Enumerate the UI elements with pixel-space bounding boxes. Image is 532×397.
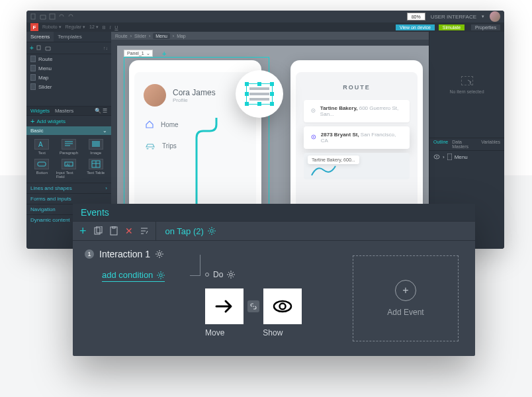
- gear-icon[interactable]: [157, 271, 165, 279]
- profile-role: Profile: [173, 97, 216, 103]
- interaction-number-badge: 1: [85, 249, 94, 259]
- paste-event-icon[interactable]: [109, 226, 118, 236]
- menu-item-trips[interactable]: Trips: [134, 136, 256, 156]
- cat-forms[interactable]: Forms and inputs: [26, 193, 111, 204]
- add-event-icon[interactable]: +: [79, 224, 87, 238]
- svg-point-14: [436, 156, 437, 157]
- tab-masters[interactable]: Masters: [55, 108, 73, 114]
- action-move[interactable]: [205, 288, 244, 324]
- copy-event-icon[interactable]: [93, 226, 103, 236]
- svg-rect-1: [50, 14, 55, 19]
- svg-rect-15: [447, 154, 452, 160]
- ruler-horizontal: [111, 40, 429, 46]
- new-file-icon[interactable]: [30, 13, 37, 20]
- action-show[interactable]: [263, 288, 302, 324]
- svg-point-22: [159, 273, 162, 276]
- svg-rect-4: [92, 141, 100, 147]
- add-condition-link[interactable]: add condition: [102, 270, 165, 282]
- svg-point-21: [158, 253, 161, 255]
- outline-item-menu[interactable]: › Menu: [429, 151, 504, 163]
- cat-lines[interactable]: Lines and shapes›: [26, 183, 111, 193]
- address-card-2[interactable]: 2873 Bryant St, San Francisco, CA: [304, 126, 410, 149]
- address-card-1[interactable]: Tartine Bakery, 600 Guerrero St, San...: [304, 100, 410, 122]
- sort-icon[interactable]: [140, 226, 149, 236]
- svg-text:A|: A|: [66, 163, 70, 167]
- user-label[interactable]: USER INTERFACE: [431, 14, 476, 20]
- simulate-button[interactable]: Simulate: [439, 24, 465, 30]
- events-title: Events: [73, 204, 475, 221]
- flow-connector: [190, 255, 200, 276]
- breadcrumb: Route› Slider› Menu› Map: [115, 33, 186, 39]
- gear-icon[interactable]: [227, 271, 235, 279]
- svg-rect-2: [37, 46, 40, 50]
- event-tab-on-tap[interactable]: on Tap (2): [155, 222, 225, 240]
- chain-link-icon[interactable]: [247, 300, 259, 312]
- tree-item-menu[interactable]: Menu: [26, 64, 111, 73]
- panel-selector[interactable]: Panel_1 ⌄: [124, 50, 153, 57]
- tab-templates[interactable]: Templates: [54, 32, 85, 42]
- profile-photo: [144, 84, 166, 107]
- widget-text[interactable]: AText: [29, 138, 55, 156]
- svg-point-12: [313, 136, 314, 138]
- zoom-input[interactable]: 80%: [407, 13, 425, 21]
- add-event-button[interactable]: + Add Event: [353, 255, 459, 341]
- copy-icon[interactable]: [36, 45, 42, 51]
- tab-variables[interactable]: Variables: [481, 140, 500, 149]
- selected-hamburger-element[interactable]: [236, 70, 283, 118]
- interaction-row[interactable]: 1 Interaction 1: [85, 249, 324, 259]
- open-icon[interactable]: [40, 13, 46, 20]
- device-icon: [447, 154, 452, 160]
- map-preview[interactable]: Tartine Bakery, 600...: [304, 153, 410, 179]
- delete-event-icon[interactable]: ✕: [125, 226, 133, 236]
- tree-item-slider[interactable]: Slider: [26, 82, 111, 91]
- plus-circle-icon: +: [395, 280, 416, 301]
- eye-icon: [272, 296, 293, 317]
- tab-outline[interactable]: Outline: [433, 140, 448, 149]
- svg-rect-0: [31, 14, 35, 19]
- view-on-device-button[interactable]: View on device: [396, 24, 435, 30]
- menu-item-home[interactable]: Home: [134, 113, 256, 136]
- widgets-basic-header[interactable]: Basic⌄: [26, 126, 111, 135]
- home-icon: [145, 120, 154, 129]
- svg-point-23: [230, 273, 232, 276]
- redo-icon[interactable]: [67, 13, 74, 20]
- car-icon: [145, 143, 155, 150]
- folder-icon[interactable]: [45, 45, 51, 51]
- widget-image[interactable]: Image: [83, 138, 109, 156]
- profile-name: Cora James: [173, 88, 216, 97]
- gear-icon[interactable]: [208, 227, 216, 235]
- widget-input[interactable]: A|Input Text Field: [56, 157, 82, 180]
- undo-icon[interactable]: [58, 13, 65, 20]
- screens-tools: + ↑↓: [26, 42, 111, 54]
- pin-icon: [310, 134, 317, 141]
- tab-screens[interactable]: Screens: [26, 32, 54, 42]
- widget-paragraph[interactable]: Paragraph: [56, 138, 82, 156]
- titlebar: 80% USER INTERFACE ▾: [26, 11, 504, 22]
- widget-button[interactable]: Button: [29, 157, 55, 180]
- add-screen-icon[interactable]: +: [30, 44, 34, 52]
- svg-point-25: [280, 304, 286, 310]
- tree-item-route[interactable]: Route: [26, 54, 111, 64]
- svg-rect-5: [38, 162, 46, 166]
- do-label: Do: [205, 270, 235, 279]
- eye-icon[interactable]: [433, 154, 440, 159]
- route-title: ROUTE: [296, 72, 418, 96]
- tab-widgets[interactable]: Widgets: [30, 108, 50, 114]
- svg-point-20: [210, 230, 213, 232]
- save-icon[interactable]: [49, 13, 56, 20]
- action-move-label: Move: [205, 328, 224, 337]
- events-panel: Events + ✕ on Tap (2) 1 Interaction 1 ad…: [73, 204, 475, 356]
- cursor-icon: [467, 79, 472, 85]
- widget-table[interactable]: Text Table: [83, 157, 109, 180]
- tree-item-map[interactable]: Map: [26, 73, 111, 82]
- pin-icon: [310, 108, 316, 114]
- action-show-label: Show: [263, 328, 283, 337]
- add-widgets-button[interactable]: +Add widgets: [26, 116, 111, 126]
- svg-point-10: [313, 110, 314, 111]
- format-toolbar: F Roboto ▾Regular ▾12 ▾ BIU View on devi…: [26, 22, 504, 32]
- tab-data-masters[interactable]: Data Masters: [452, 140, 477, 149]
- logo-icon: F: [30, 23, 38, 31]
- gear-icon[interactable]: [155, 250, 163, 258]
- avatar[interactable]: [490, 11, 500, 22]
- properties-button[interactable]: Properties: [471, 24, 500, 30]
